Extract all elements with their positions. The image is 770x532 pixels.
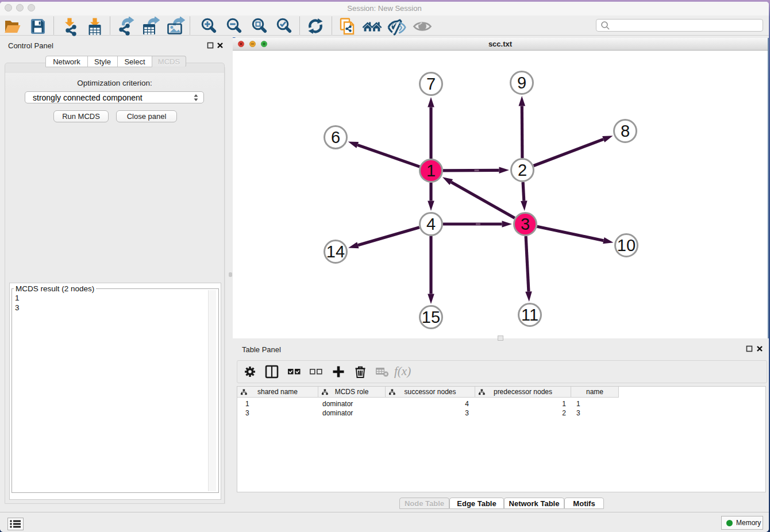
svg-text:10: 10 (617, 236, 636, 255)
svg-text:8: 8 (621, 122, 630, 140)
svg-text:11: 11 (521, 306, 538, 324)
svg-text:15: 15 (422, 308, 440, 326)
svg-text:1: 1 (426, 161, 436, 180)
svg-text:6: 6 (331, 128, 340, 147)
svg-text:9: 9 (517, 74, 526, 92)
svg-text:14: 14 (326, 242, 345, 261)
svg-text:4: 4 (426, 215, 436, 233)
svg-text:f(x): f(x) (394, 364, 411, 378)
svg-text:2: 2 (518, 161, 527, 179)
svg-text:7: 7 (426, 75, 436, 93)
svg-text:3: 3 (521, 215, 530, 233)
